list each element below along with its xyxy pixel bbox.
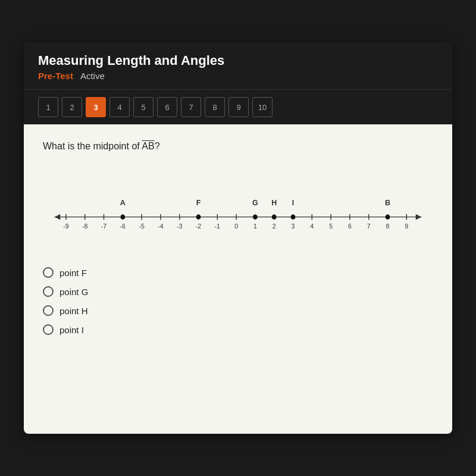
svg-text:-6: -6 xyxy=(120,223,126,230)
svg-point-51 xyxy=(386,215,390,220)
option-I-label: point I xyxy=(60,325,84,335)
option-G-label: point G xyxy=(60,287,88,297)
svg-text:3: 3 xyxy=(292,223,295,230)
nav-btn-6[interactable]: 6 xyxy=(157,97,177,117)
radio-I[interactable] xyxy=(43,324,54,335)
nav-btn-9[interactable]: 9 xyxy=(228,97,249,117)
nav-btn-10[interactable]: 10 xyxy=(252,97,273,117)
option-H-label: point H xyxy=(60,306,88,316)
svg-text:B: B xyxy=(385,199,390,207)
number-line-container: -9 -8 -7 -6 -5 -4 -3 -2 -1 0 1 2 3 4 5 6… xyxy=(43,176,433,249)
nav-btn-8[interactable]: 8 xyxy=(205,97,225,117)
nav-btn-2[interactable]: 2 xyxy=(62,97,82,117)
svg-text:-2: -2 xyxy=(196,223,202,230)
svg-text:-1: -1 xyxy=(215,223,221,230)
svg-text:1: 1 xyxy=(253,223,257,230)
svg-text:0: 0 xyxy=(234,223,238,230)
svg-text:2: 2 xyxy=(273,223,276,230)
svg-text:4: 4 xyxy=(310,223,314,230)
svg-point-43 xyxy=(196,215,201,220)
svg-text:7: 7 xyxy=(367,223,371,230)
svg-text:5: 5 xyxy=(329,223,333,230)
question-text: What is the midpoint of AB? xyxy=(43,141,433,152)
svg-text:-4: -4 xyxy=(158,223,164,230)
nav-btn-1[interactable]: 1 xyxy=(38,97,58,117)
svg-point-41 xyxy=(120,215,125,220)
svg-text:-8: -8 xyxy=(82,223,88,230)
svg-point-47 xyxy=(272,215,277,220)
svg-point-45 xyxy=(253,215,258,220)
page-title: Measuring Length and Angles xyxy=(38,53,438,68)
pretest-label: Pre-Test xyxy=(38,71,73,81)
radio-F[interactable] xyxy=(43,267,54,278)
option-H[interactable]: point H xyxy=(43,305,433,316)
option-F[interactable]: point F xyxy=(43,267,433,278)
option-G[interactable]: point G xyxy=(43,286,433,297)
nav-btn-3[interactable]: 3 xyxy=(86,97,106,117)
svg-text:-9: -9 xyxy=(63,223,69,230)
svg-point-49 xyxy=(291,215,296,220)
main-card: Measuring Length and Angles Pre-Test Act… xyxy=(24,42,452,434)
active-label: Active xyxy=(80,71,105,81)
svg-text:6: 6 xyxy=(348,223,352,230)
options-list: point F point G point H point I xyxy=(43,267,433,335)
nav-btn-5[interactable]: 5 xyxy=(133,97,154,117)
svg-text:G: G xyxy=(252,199,258,207)
radio-H[interactable] xyxy=(43,305,54,316)
question-nav: 12345678910 xyxy=(24,89,452,124)
svg-text:9: 9 xyxy=(405,223,408,230)
svg-text:-3: -3 xyxy=(177,223,183,230)
nav-btn-4[interactable]: 4 xyxy=(109,97,130,117)
svg-text:I: I xyxy=(292,199,294,207)
radio-G[interactable] xyxy=(43,286,54,297)
option-F-label: point F xyxy=(60,268,87,278)
subtitle-row: Pre-Test Active xyxy=(38,71,438,81)
svg-text:A: A xyxy=(120,199,126,207)
svg-text:8: 8 xyxy=(386,223,390,230)
svg-text:-5: -5 xyxy=(139,223,145,230)
header: Measuring Length and Angles Pre-Test Act… xyxy=(24,42,452,89)
svg-marker-1 xyxy=(416,214,422,220)
svg-text:H: H xyxy=(271,199,277,207)
number-line-svg: -9 -8 -7 -6 -5 -4 -3 -2 -1 0 1 2 3 4 5 6… xyxy=(49,176,427,247)
option-I[interactable]: point I xyxy=(43,324,433,335)
svg-text:-7: -7 xyxy=(101,223,107,230)
nav-btn-7[interactable]: 7 xyxy=(181,97,201,117)
ab-segment: AB xyxy=(142,141,154,151)
content-area: What is the midpoint of AB? xyxy=(24,124,452,434)
svg-marker-2 xyxy=(55,214,61,220)
svg-text:F: F xyxy=(196,199,201,207)
